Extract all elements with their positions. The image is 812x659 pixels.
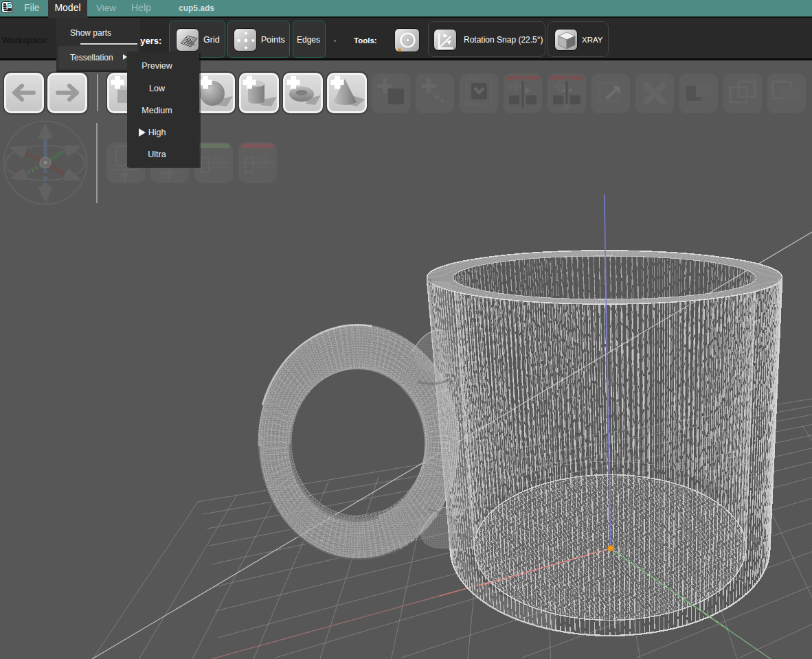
svg-text:D: D xyxy=(8,3,12,8)
